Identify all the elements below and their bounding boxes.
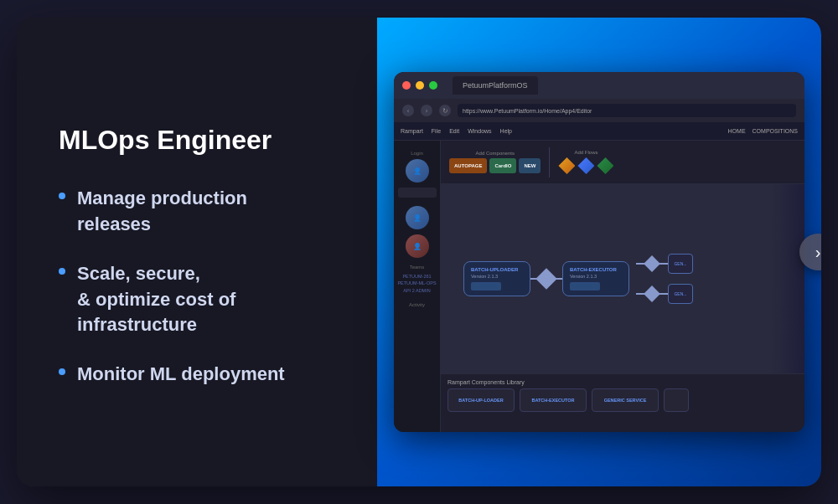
app-body: Login 👤 👤 👤 Teams PETUUM-261PETUUM-ML-OP… xyxy=(394,141,804,432)
bullet-text: Manage productionreleases xyxy=(77,186,247,238)
bullet-dot xyxy=(59,368,65,375)
diamond-connector xyxy=(535,268,556,289)
add-flows-label: Add Flows xyxy=(574,150,597,155)
list-item: Manage productionreleases xyxy=(59,186,335,238)
node1-title: BATCH-UPLOADER xyxy=(471,267,523,272)
lib-item-partial xyxy=(664,388,689,412)
batch-uploader-node[interactable]: BATCH-UPLOADER Version 2.1.3 xyxy=(463,261,530,296)
gen-node-partial-2: GEN... xyxy=(668,284,693,304)
flow-button-3[interactable] xyxy=(597,157,613,174)
menu-edit[interactable]: Edit xyxy=(449,128,459,134)
role-title: MLOps Engineer xyxy=(59,125,335,156)
autopage-button[interactable]: AUTOPAGE xyxy=(449,158,487,173)
browser-tab[interactable]: PetuumPlatformOS xyxy=(453,76,538,95)
right-panel: › PetuumPlatformOS ‹ › ↻ https://www.Pet… xyxy=(377,18,821,486)
teams-label: Teams xyxy=(410,265,425,270)
browser-window: PetuumPlatformOS ‹ › ↻ https://www.Petuu… xyxy=(394,72,804,432)
menu-home[interactable]: HOME xyxy=(728,128,746,134)
gen-node-partial: GEN... xyxy=(668,254,693,274)
app-menubar: Rampart File Edit Windows Help HOME COMP… xyxy=(394,122,804,141)
add-flows-section: Add Flows xyxy=(558,150,613,174)
main-card: MLOps Engineer Manage productionreleases… xyxy=(17,18,821,486)
cardio-button[interactable]: CardIO xyxy=(489,158,516,173)
canvas-right-fade xyxy=(771,184,804,373)
list-item: Scale, secure,& optimize cost ofinfrastr… xyxy=(59,261,335,338)
activity-label: Activity xyxy=(409,302,425,307)
menu-help[interactable]: Help xyxy=(500,128,512,134)
bullet-dot xyxy=(59,268,65,275)
list-item: Monitor ML deployment xyxy=(59,362,335,388)
new-button[interactable]: NEW xyxy=(519,158,541,173)
back-button[interactable]: ‹ xyxy=(402,105,414,116)
login-label: Login xyxy=(411,151,423,156)
node1-action-btn[interactable] xyxy=(471,282,501,291)
component-library: Rampart Components Library BATCH-UP-LOAD… xyxy=(441,373,804,432)
url-text: https://www.PetuumPlatform.io/Home/App4/… xyxy=(463,108,592,114)
minimize-button[interactable] xyxy=(416,81,424,90)
menu-compositions[interactable]: COMPOSITIONS xyxy=(753,128,798,134)
app-content: Rampart File Edit Windows Help HOME COMP… xyxy=(394,122,804,432)
node2-title: BATCH-EXECUTOR xyxy=(570,267,622,272)
left-panel: MLOps Engineer Manage productionreleases… xyxy=(17,18,377,486)
library-items: BATCH-UP-LOADER BATCH-EXECUTOR GENERIC S… xyxy=(447,388,798,412)
connector-1 xyxy=(530,271,562,286)
bullet-list: Manage productionreleases Scale, secure,… xyxy=(59,186,335,388)
flow-button-2[interactable] xyxy=(577,157,594,174)
add-components-label: Add Components xyxy=(476,151,515,156)
reload-button[interactable]: ↻ xyxy=(439,105,451,116)
browser-titlebar: PetuumPlatformOS xyxy=(394,72,804,99)
toolbar-divider xyxy=(549,147,550,177)
maximize-button[interactable] xyxy=(429,81,437,90)
bullet-dot xyxy=(59,193,65,199)
close-button[interactable] xyxy=(402,81,411,90)
multi-connector: GEN... GEN... xyxy=(636,254,693,304)
user-icon: 👤 xyxy=(406,206,429,229)
user-avatar: 👤 xyxy=(406,159,429,183)
brand-label: Rampart xyxy=(401,128,423,134)
flow-button-1[interactable] xyxy=(558,157,575,174)
toolbar-area: Add Components AUTOPAGE CardIO NEW Add F… xyxy=(441,141,804,184)
menu-windows[interactable]: Windows xyxy=(468,128,491,134)
bullet-text: Scale, secure,& optimize cost ofinfrastr… xyxy=(77,261,235,338)
forward-button[interactable]: › xyxy=(421,105,432,116)
canvas-area: BATCH-UPLOADER Version 2.1.3 xyxy=(441,184,804,373)
username-input[interactable] xyxy=(398,188,437,198)
lib-item-batch-uploader[interactable]: BATCH-UP-LOADER xyxy=(447,388,515,412)
team-list: PETUUM-261PETUUM-ML-OPSAPI 2 ADMIN xyxy=(397,273,436,294)
batch-executor-node[interactable]: BATCH-EXECUTOR Version 2.1.3 xyxy=(562,261,629,296)
library-title: Rampart Components Library xyxy=(447,379,798,385)
node2-action-btn[interactable] xyxy=(570,282,600,291)
pipeline-container: BATCH-UPLOADER Version 2.1.3 xyxy=(463,254,782,304)
node2-version: Version 2.1.3 xyxy=(570,274,622,279)
component-buttons: AUTOPAGE CardIO NEW xyxy=(449,158,541,173)
node1-version: Version 2.1.3 xyxy=(471,274,523,279)
lib-item-batch-executor[interactable]: BATCH-EXECUTOR xyxy=(520,388,587,412)
lib-item-generic-service[interactable]: GENERIC SERVICE xyxy=(592,388,659,412)
tab-label: PetuumPlatformOS xyxy=(463,81,528,90)
menu-file[interactable]: File xyxy=(432,128,441,134)
user-icon-2: 👤 xyxy=(406,234,429,258)
app-sidebar: Login 👤 👤 👤 Teams PETUUM-261PETUUM-ML-OP… xyxy=(394,141,441,432)
browser-addressbar: ‹ › ↻ https://www.PetuumPlatform.io/Home… xyxy=(394,99,804,122)
app-main: Add Components AUTOPAGE CardIO NEW Add F… xyxy=(441,141,804,432)
address-bar[interactable]: https://www.PetuumPlatform.io/Home/App4/… xyxy=(458,104,796,117)
bullet-text: Monitor ML deployment xyxy=(77,362,285,388)
flow-buttons xyxy=(558,157,613,174)
add-components-section: Add Components AUTOPAGE CardIO NEW xyxy=(449,151,541,173)
